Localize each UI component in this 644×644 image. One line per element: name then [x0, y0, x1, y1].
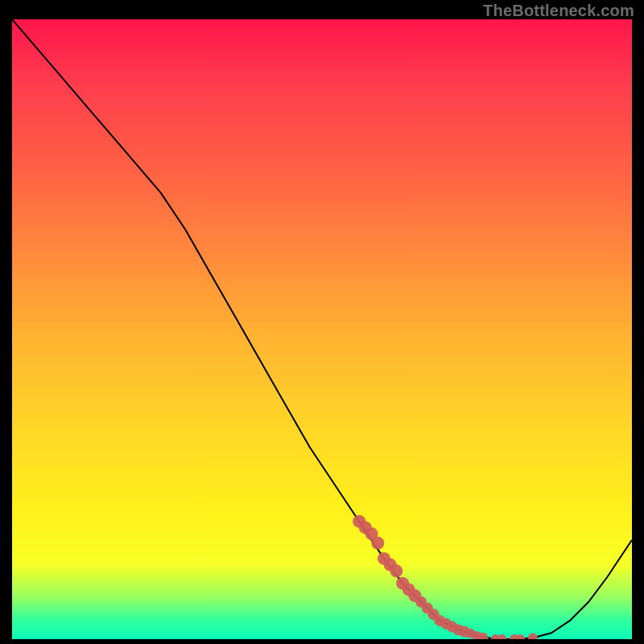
marker-dot — [528, 634, 538, 640]
chart-frame: TheBottleneck.com — [0, 0, 644, 644]
marker-dot — [497, 634, 506, 639]
curve-line — [12, 19, 632, 639]
chart-svg — [12, 19, 632, 639]
watermark-text: TheBottleneck.com — [483, 2, 634, 20]
marker-dot — [371, 537, 384, 550]
marker-dot — [390, 564, 402, 577]
marker-dot — [515, 634, 525, 639]
plot-area — [12, 19, 632, 639]
highlight-markers — [353, 515, 538, 639]
